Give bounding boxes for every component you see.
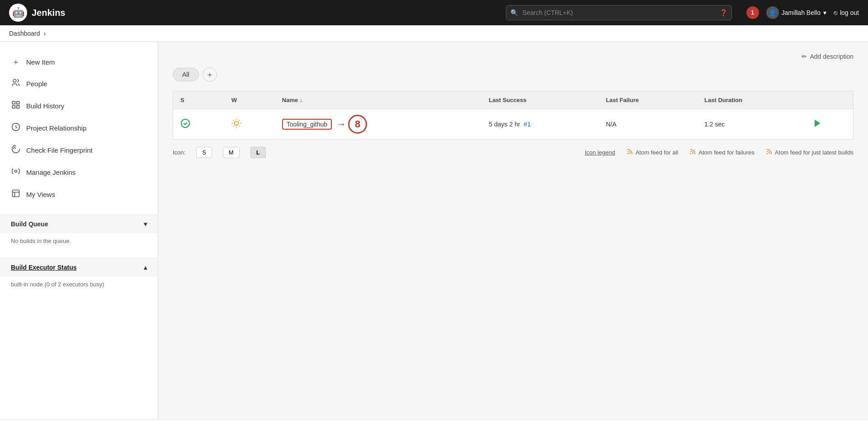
- header: 🤖 Jenkins 🔍 ❓ 1 👤 Jamillah Bello ▾ ⎋ log…: [0, 0, 868, 25]
- user-name: Jamillah Bello: [782, 9, 821, 16]
- logout-icon: ⎋: [834, 9, 837, 16]
- icon-legend-link[interactable]: Icon legend: [585, 149, 615, 156]
- icon-size-s-button[interactable]: S: [196, 147, 212, 158]
- build-queue-section: Build Queue ▾ No builds in the queue.: [0, 215, 158, 249]
- security-badge[interactable]: 1: [746, 6, 759, 19]
- svg-point-6: [15, 170, 17, 173]
- build-queue-toggle[interactable]: Build Queue ▾: [0, 215, 158, 233]
- chevron-up-icon: ▴: [144, 264, 147, 271]
- user-menu[interactable]: 👤 Jamillah Bello ▾: [766, 6, 826, 19]
- svg-point-19: [627, 153, 628, 154]
- search-help-icon[interactable]: ❓: [720, 9, 727, 16]
- build-queue-empty: No builds in the queue.: [11, 238, 71, 244]
- jenkins-title: Jenkins: [32, 8, 65, 18]
- sidebar-item-my-views[interactable]: My Views: [0, 183, 158, 206]
- build-executor-toggle[interactable]: Build Executor Status ▴: [0, 258, 158, 276]
- project-relationship-icon: [11, 122, 21, 134]
- table-header-row: S W Name ↓ Last Success Last Failure Las…: [173, 91, 854, 109]
- col-last-duration: Last Duration: [697, 91, 806, 109]
- svg-point-20: [690, 153, 692, 154]
- project-name-container: Tooling_github → 8: [282, 115, 475, 134]
- status-cell: [173, 109, 224, 140]
- col-last-success: Last Success: [481, 91, 599, 109]
- sidebar-item-build-history[interactable]: Build History: [0, 95, 158, 117]
- sidebar-item-check-file-fingerprint[interactable]: Check File Fingerprint: [0, 139, 158, 161]
- sidebar-item-label: New Item: [26, 58, 55, 66]
- weather-cell: [224, 109, 275, 140]
- security-count: 1: [746, 6, 759, 19]
- build-history-icon: [11, 100, 21, 112]
- sidebar-item-new-item[interactable]: ＋ New Item: [0, 51, 158, 73]
- page-footer: REST API Jenkins 2.401.1: [0, 419, 868, 421]
- sidebar-item-label: Build History: [26, 102, 64, 110]
- layout: ＋ New Item People Build History Project …: [0, 42, 868, 419]
- atom-feed-all-icon: [626, 148, 633, 157]
- project-name-link[interactable]: Tooling_github: [282, 119, 332, 130]
- tab-add-button[interactable]: ＋: [203, 67, 217, 82]
- atom-feed-latest-link[interactable]: Atom feed for just latest builds: [765, 148, 854, 157]
- icon-size-m-button[interactable]: M: [223, 147, 240, 158]
- logout-button[interactable]: ⎋ log out: [834, 9, 859, 16]
- add-description-button[interactable]: ✏ Add description: [802, 53, 854, 60]
- tabs-row: All ＋: [173, 67, 854, 82]
- build-executor-section: Build Executor Status ▴ built-in node (0…: [0, 258, 158, 292]
- main-top: ✏ Add description: [173, 53, 854, 60]
- sidebar-item-people[interactable]: People: [0, 73, 158, 95]
- table-row: Tooling_github → 8 5 days 2 hr #1 N/A 1.…: [173, 109, 854, 140]
- sidebar-item-manage-jenkins[interactable]: Manage Jenkins: [0, 161, 158, 183]
- svg-rect-1: [13, 102, 15, 104]
- sidebar-item-label: Check File Fingerprint: [26, 146, 93, 154]
- last-duration-cell: 1.2 sec: [697, 109, 806, 140]
- tab-all[interactable]: All: [173, 68, 199, 81]
- col-actions: [806, 91, 854, 109]
- people-icon: [11, 78, 21, 89]
- svg-line-12: [233, 120, 234, 120]
- svg-rect-7: [13, 190, 19, 197]
- last-success-link[interactable]: #1: [524, 121, 531, 128]
- last-failure-cell: N/A: [599, 109, 697, 140]
- breadcrumb-dashboard[interactable]: Dashboard: [9, 30, 40, 37]
- arrow-circle-container: → 8: [336, 115, 367, 134]
- table-footer: Icon: S M L Icon legend Atom feed for al…: [173, 147, 854, 158]
- svg-line-16: [233, 126, 234, 126]
- chevron-down-icon: ▾: [144, 220, 147, 228]
- build-executor-content: built-in node (0 of 2 executors busy): [0, 276, 158, 292]
- chevron-down-icon: ▾: [823, 9, 826, 16]
- gear-icon: [11, 167, 21, 178]
- edit-icon: ✏: [802, 53, 807, 60]
- col-name: Name ↓: [275, 91, 482, 109]
- red-arrow-icon: →: [336, 118, 346, 130]
- views-icon: [11, 189, 21, 200]
- sidebar-item-label: My Views: [26, 191, 55, 198]
- run-button[interactable]: [813, 119, 821, 129]
- fingerprint-icon: [11, 145, 21, 156]
- atom-feed-failures-icon: [689, 148, 696, 157]
- atom-feed-failures-link[interactable]: Atom feed for failures: [689, 148, 755, 157]
- atom-feed-latest-icon: [765, 148, 773, 157]
- svg-point-8: [181, 119, 189, 127]
- col-status: S: [173, 91, 224, 109]
- logout-label: log out: [840, 9, 859, 16]
- jenkins-logo-link[interactable]: 🤖 Jenkins: [9, 4, 65, 22]
- sidebar: ＋ New Item People Build History Project …: [0, 42, 158, 419]
- plus-icon: ＋: [11, 56, 21, 67]
- add-description-label: Add description: [810, 53, 854, 60]
- atom-feed-all-label: Atom feed for all: [636, 149, 679, 156]
- sidebar-item-project-relationship[interactable]: Project Relationship: [0, 117, 158, 139]
- build-executor-status: built-in node (0 of 2 executors busy): [11, 281, 104, 288]
- last-success-cell: 5 days 2 hr #1: [481, 109, 599, 140]
- svg-point-9: [234, 121, 238, 125]
- build-queue-content: No builds in the queue.: [0, 233, 158, 249]
- projects-table: S W Name ↓ Last Success Last Failure Las…: [173, 91, 854, 140]
- sidebar-item-label: People: [26, 80, 47, 88]
- icon-size-label: Icon:: [173, 149, 185, 156]
- build-queue-title: Build Queue: [11, 220, 48, 228]
- status-success-icon: [180, 120, 190, 130]
- col-weather: W: [224, 91, 275, 109]
- search-input[interactable]: [506, 5, 732, 20]
- svg-point-0: [13, 80, 16, 83]
- col-last-failure: Last Failure: [599, 91, 697, 109]
- icon-size-l-button[interactable]: L: [250, 147, 266, 158]
- svg-line-17: [239, 120, 240, 120]
- atom-feed-all-link[interactable]: Atom feed for all: [626, 148, 679, 157]
